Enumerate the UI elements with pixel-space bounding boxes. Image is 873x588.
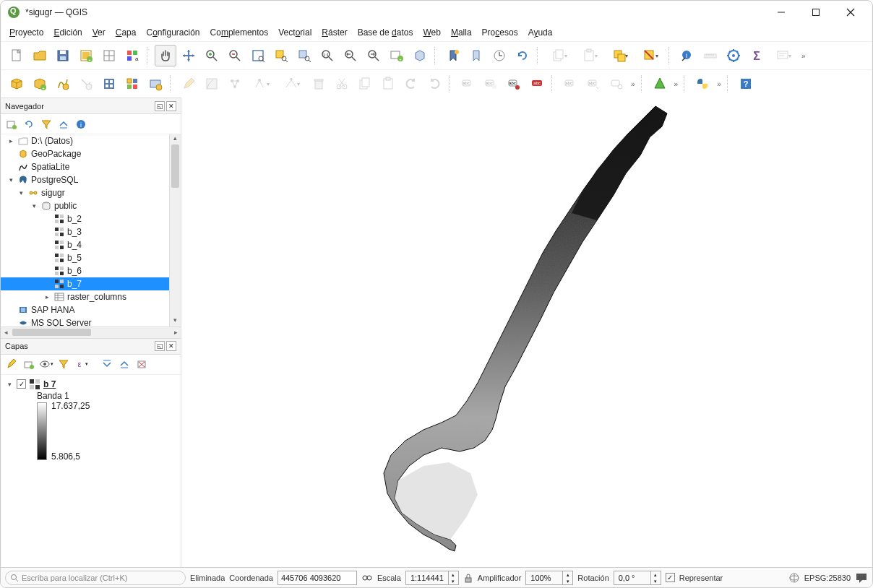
expand-icon[interactable]: ▸ (7, 137, 15, 144)
layers-tree[interactable]: ▾ ✓ b 7 Banda 1 17.637,25 5.806,5 (1, 375, 181, 464)
menu-ayuda[interactable]: Ayuda (528, 27, 553, 38)
new-shapefile-button[interactable] (52, 73, 74, 95)
label-tool-5-button[interactable]: abc (559, 73, 581, 95)
new-memory-layer-button[interactable] (145, 73, 166, 95)
menu-malla[interactable]: Malla (451, 27, 472, 38)
label-tool-6-button[interactable]: abc (582, 73, 604, 95)
expand-icon[interactable]: ▾ (7, 176, 15, 183)
zoom-out-button[interactable] (224, 45, 246, 66)
save-edits-button[interactable] (201, 73, 223, 95)
toolbar2-overflow-1[interactable]: » (628, 80, 638, 88)
deselect-features-button[interactable]: ▾ (636, 45, 665, 66)
style-manager-button[interactable]: a (121, 45, 143, 66)
browser-tree[interactable]: ▸D:\ (Datos)GeoPackageSpatiaLite▾Postgre… (1, 134, 181, 327)
layers-collapse-button[interactable] (116, 356, 132, 372)
new-project-button[interactable] (6, 45, 27, 66)
coord-toggle-icon[interactable] (361, 572, 373, 584)
browser-scrollbar-v[interactable]: ▴▾ (169, 134, 181, 327)
menu-raster[interactable]: Ráster (322, 27, 347, 38)
expand-icon[interactable]: ▾ (30, 202, 38, 209)
browser-item-b-5[interactable]: b_5 (1, 251, 181, 264)
menu-edicion[interactable]: Edición (53, 27, 82, 38)
paste-features-button[interactable]: ▾ (575, 45, 604, 66)
statistics-button[interactable]: Σ (746, 45, 767, 66)
browser-item-b-7[interactable]: b_7 (1, 277, 181, 290)
new-spatialite-button[interactable] (75, 73, 97, 95)
browser-add-button[interactable] (4, 116, 20, 132)
zoom-to-layer-button[interactable] (293, 45, 315, 66)
temporal-controller-button[interactable] (489, 45, 510, 66)
browser-item-geopackage[interactable]: GeoPackage (1, 147, 181, 160)
toolbar2-overflow-3[interactable]: » (714, 80, 724, 88)
label-tool-7-button[interactable] (606, 73, 627, 95)
copy-features2-button[interactable] (354, 73, 376, 95)
messages-icon[interactable] (855, 571, 868, 584)
toolbar2-overflow-2[interactable]: » (671, 80, 681, 88)
add-raster-layer-button[interactable]: + (29, 73, 51, 95)
toggle-editing-button[interactable] (178, 73, 199, 95)
menu-proyecto[interactable]: Proyecto (9, 27, 43, 38)
redo-button[interactable] (423, 73, 445, 95)
browser-close-button[interactable]: ✕ (166, 101, 176, 111)
layout-manager-button[interactable] (98, 45, 120, 66)
scale-lock-icon[interactable] (463, 573, 473, 583)
browser-item-sap-hana[interactable]: SAP HANA (1, 303, 181, 316)
label-tool-3-button[interactable]: abc (503, 73, 525, 95)
vertex-tool-button[interactable]: ▾ (247, 73, 276, 95)
browser-panel-header[interactable]: Navegador ◱ ✕ (1, 98, 181, 114)
zoom-native-button[interactable]: 1:1 (317, 45, 338, 66)
pan-button[interactable] (155, 45, 176, 66)
plugin-topo-button[interactable] (649, 73, 671, 95)
layers-remove-button[interactable] (134, 356, 150, 372)
annotation-button[interactable]: ▾ (769, 45, 798, 66)
crs-label[interactable]: EPSG:25830 (804, 574, 851, 582)
browser-item-b-3[interactable]: b_3 (1, 225, 181, 238)
label-tool-4-button[interactable]: abc (526, 73, 548, 95)
label-tool-2-button[interactable]: abc (480, 73, 502, 95)
save-project-button[interactable] (52, 45, 74, 66)
menu-complementos[interactable]: Complementos (210, 27, 269, 38)
minimize-button[interactable] (767, 2, 796, 22)
menu-configuracion[interactable]: Configuración (146, 27, 199, 38)
new-map-view-button[interactable]: + (386, 45, 408, 66)
pan-to-selection-button[interactable] (178, 45, 199, 66)
zoom-full-button[interactable] (247, 45, 269, 66)
browser-item-d----datos-[interactable]: ▸D:\ (Datos) (1, 134, 181, 147)
refresh-button[interactable] (512, 45, 533, 66)
browser-undock-button[interactable]: ◱ (155, 101, 165, 111)
toolbar1-overflow[interactable]: » (799, 52, 809, 60)
browser-item-sigugr[interactable]: ▾sigugr (1, 186, 181, 199)
menu-capa[interactable]: Capa (116, 27, 137, 38)
locator-search[interactable]: Escriba para localizar (Ctrl+K) (5, 571, 186, 585)
new-3d-map-view-button[interactable] (409, 45, 431, 66)
measure-button[interactable] (700, 45, 721, 66)
browser-item-raster-columns[interactable]: ▸raster_columns (1, 290, 181, 303)
undo-button[interactable] (400, 73, 422, 95)
browser-collapse-button[interactable] (56, 116, 72, 132)
paste-features2-button[interactable] (377, 73, 399, 95)
menu-vectorial[interactable]: Vectorial (278, 27, 311, 38)
scale-input[interactable]: 1:114441▴▾ (405, 571, 459, 585)
browser-item-b-2[interactable]: b_2 (1, 212, 181, 225)
layers-undock-button[interactable]: ◱ (155, 341, 165, 351)
map-canvas[interactable] (181, 98, 872, 567)
expand-icon[interactable]: ▸ (43, 293, 51, 301)
layers-manage-vis-button[interactable]: ▾ (38, 356, 54, 372)
browser-properties-button[interactable]: i (73, 116, 89, 132)
toolbox-button[interactable] (723, 45, 744, 66)
open-project-button[interactable] (29, 45, 51, 66)
layers-filter-button[interactable] (56, 356, 72, 372)
crs-icon[interactable] (788, 572, 800, 584)
layers-add-group-button[interactable] (21, 356, 37, 372)
browser-item-ms-sql-server[interactable]: MS SQL Server (1, 316, 181, 327)
browser-item-b-6[interactable]: b_6 (1, 264, 181, 277)
new-bookmark-button[interactable] (442, 45, 464, 66)
layers-expand-button[interactable] (99, 356, 115, 372)
render-checkbox[interactable]: ✓ (666, 573, 675, 582)
maximize-button[interactable] (801, 2, 830, 22)
copy-features-button[interactable]: ▾ (545, 45, 574, 66)
zoom-to-selection-button[interactable] (270, 45, 292, 66)
help-button[interactable]: ? (735, 73, 757, 95)
menu-basedatos[interactable]: Base de datos (358, 27, 413, 38)
browser-item-public[interactable]: ▾public (1, 199, 181, 212)
